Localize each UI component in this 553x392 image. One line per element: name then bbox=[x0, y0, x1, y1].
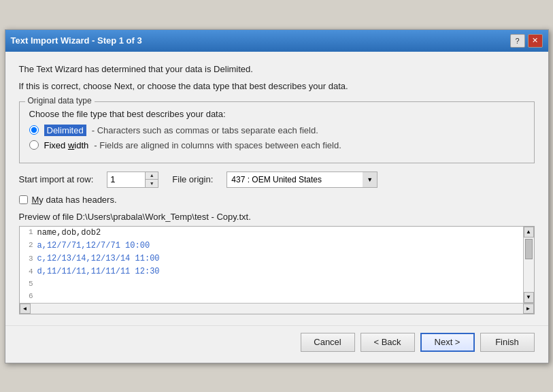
spinner-btns: ▲ ▼ bbox=[145, 172, 158, 187]
help-button[interactable]: ? bbox=[510, 34, 525, 48]
group-legend: Original data type bbox=[25, 96, 95, 105]
data-type-group: Original data type Choose the file type … bbox=[19, 101, 535, 163]
title-bar-controls: ? ✕ bbox=[510, 34, 543, 48]
file-origin-label: File origin: bbox=[172, 174, 213, 184]
delimited-desc: - Characters such as commas or tabs sepa… bbox=[92, 125, 318, 135]
scroll-up-btn[interactable]: ▲ bbox=[524, 227, 534, 238]
preview-line-3: 3 c,12/13/14,12/13/14 11:00 bbox=[20, 252, 523, 265]
preview-content: 1 name,dob,dob2 2 a,12/7/71,12/7/71 10:0… bbox=[20, 227, 534, 303]
preview-line-6: 6 bbox=[20, 291, 523, 303]
window-title: Text Import Wizard - Step 1 of 3 bbox=[11, 35, 142, 46]
radio-delimited-label[interactable]: Delimited bbox=[44, 125, 86, 136]
radio-fixed-row: Fixed width - Fields are aligned in colu… bbox=[29, 140, 524, 150]
preview-label: Preview of file D:\Users\prabala\Work_Te… bbox=[19, 212, 535, 222]
radio-delimited-row: Delimited - Characters such as commas or… bbox=[29, 125, 524, 136]
delimited-label-text: Delimited bbox=[44, 125, 86, 136]
footer: Cancel < Back Next > Finish bbox=[5, 325, 548, 363]
wizard-content: The Text Wizard has determined that your… bbox=[5, 52, 548, 325]
wizard-window: Text Import Wizard - Step 1 of 3 ? ✕ The… bbox=[5, 29, 549, 363]
file-origin-input[interactable] bbox=[227, 172, 363, 188]
spinner-down[interactable]: ▼ bbox=[146, 180, 158, 187]
finish-button[interactable]: Finish bbox=[480, 333, 535, 352]
preview-scrollbar-horizontal: ◄ ► bbox=[20, 303, 534, 314]
scroll-track-h bbox=[31, 304, 523, 314]
radio-fixed-label[interactable]: Fixed width bbox=[44, 140, 89, 150]
fixed-label-text: Fixed width bbox=[44, 140, 89, 150]
title-bar: Text Import Wizard - Step 1 of 3 ? ✕ bbox=[5, 30, 548, 52]
file-origin-dropdown-btn[interactable]: ▼ bbox=[363, 172, 378, 188]
scroll-right-btn[interactable]: ► bbox=[523, 304, 534, 314]
headers-checkbox[interactable] bbox=[19, 195, 28, 204]
cancel-button[interactable]: Cancel bbox=[301, 333, 355, 352]
preview-scrollbar-vertical: ▲ ▼ bbox=[523, 227, 534, 303]
start-row-input[interactable] bbox=[107, 172, 145, 187]
radio-delimited[interactable] bbox=[29, 125, 39, 135]
row-settings: Start import at row: ▲ ▼ File origin: ▼ bbox=[19, 172, 535, 188]
start-row-spinner: ▲ ▼ bbox=[107, 172, 158, 188]
preview-box: 1 name,dob,dob2 2 a,12/7/71,12/7/71 10:0… bbox=[19, 226, 535, 314]
file-origin-wrapper: ▼ bbox=[227, 172, 378, 188]
preview-line-4: 4 d,11/11/11,11/11/11 12:30 bbox=[20, 265, 523, 278]
spinner-up[interactable]: ▲ bbox=[146, 172, 158, 180]
intro-line1: The Text Wizard has determined that your… bbox=[19, 63, 535, 76]
preview-line-2: 2 a,12/7/71,12/7/71 10:00 bbox=[20, 240, 523, 252]
scroll-left-btn[interactable]: ◄ bbox=[20, 304, 31, 314]
preview-line-5: 5 bbox=[20, 278, 523, 291]
scroll-down-btn[interactable]: ▼ bbox=[524, 292, 534, 303]
scroll-thumb-area bbox=[524, 238, 534, 292]
headers-row: My data has headers. bbox=[19, 195, 535, 205]
intro-line2: If this is correct, choose Next, or choo… bbox=[19, 80, 535, 93]
fixed-desc: - Fields are aligned in columns with spa… bbox=[94, 140, 341, 150]
headers-label[interactable]: My data has headers. bbox=[32, 195, 117, 205]
preview-lines: 1 name,dob,dob2 2 a,12/7/71,12/7/71 10:0… bbox=[20, 227, 523, 303]
preview-line-1: 1 name,dob,dob2 bbox=[20, 227, 523, 240]
radio-fixed[interactable] bbox=[29, 140, 39, 150]
close-button[interactable]: ✕ bbox=[528, 34, 543, 48]
next-button[interactable]: Next > bbox=[420, 333, 475, 352]
start-row-label: Start import at row: bbox=[19, 174, 94, 184]
back-button[interactable]: < Back bbox=[361, 333, 415, 352]
scroll-thumb bbox=[525, 239, 533, 259]
group-desc: Choose the file type that best describes… bbox=[29, 109, 524, 119]
